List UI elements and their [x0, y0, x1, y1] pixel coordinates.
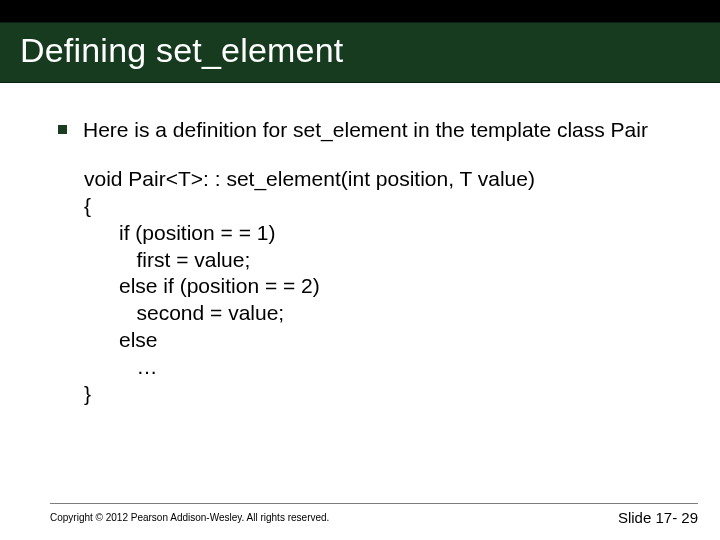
slide-body: Here is a definition for set_element in … [0, 83, 720, 509]
slide-number: Slide 17- 29 [618, 509, 698, 526]
slide-footer: Copyright © 2012 Pearson Addison-Wesley.… [0, 509, 720, 540]
top-stripe [0, 0, 720, 22]
copyright-text: Copyright © 2012 Pearson Addison-Wesley.… [50, 512, 329, 523]
bullet-text: Here is a definition for set_element in … [83, 117, 700, 144]
footer-rule [50, 503, 698, 504]
bullet-item: Here is a definition for set_element in … [58, 117, 700, 144]
slide: Defining set_element Here is a definitio… [0, 0, 720, 540]
square-bullet-icon [58, 125, 67, 134]
title-band: Defining set_element [0, 22, 720, 83]
code-block: void Pair<T>: : set_element(int position… [84, 166, 700, 408]
slide-title: Defining set_element [20, 31, 700, 70]
